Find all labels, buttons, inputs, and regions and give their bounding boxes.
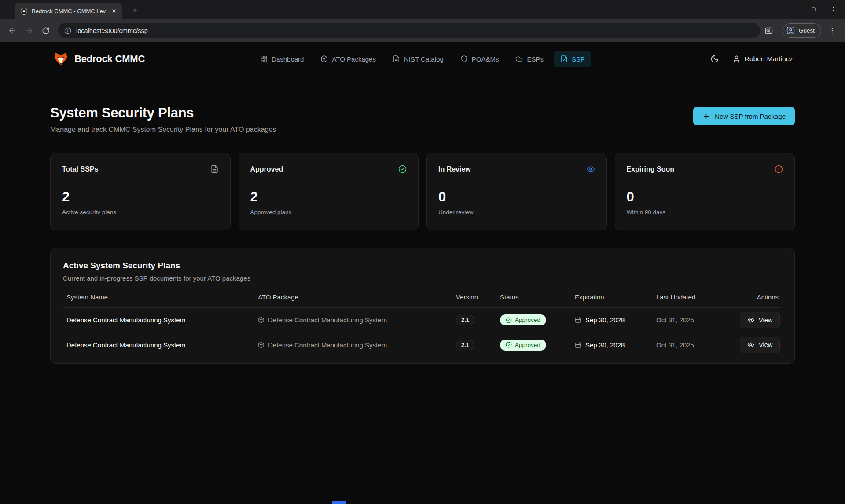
- file-check-icon: [560, 55, 568, 63]
- expiration-date: Sep 30, 2028: [585, 341, 625, 349]
- circle-check-icon: [398, 165, 407, 173]
- nav-label: ATO Packages: [332, 55, 376, 63]
- new-tab-button[interactable]: [129, 4, 141, 16]
- view-button[interactable]: View: [740, 312, 780, 328]
- profile-label: Guest: [799, 27, 815, 34]
- browser-tab[interactable]: Bedrock CMMC - CMMC Level: [15, 3, 122, 19]
- forward-button[interactable]: [21, 23, 37, 39]
- restore-button[interactable]: [804, 0, 824, 18]
- bottom-blue-strip: [332, 501, 346, 504]
- back-button[interactable]: [4, 23, 20, 39]
- system-name: Defense Contract Manufacturing System: [66, 341, 258, 349]
- ato-package-name: Defense Contract Manufacturing System: [268, 316, 387, 324]
- status-label: Approved: [515, 317, 540, 323]
- stat-card-in-review: In Review 0 Under review: [426, 153, 607, 230]
- app-header: Bedrock CMMC Dashboard ATO Packages NIST…: [0, 42, 845, 76]
- nav-item-ssp[interactable]: SSP: [554, 51, 592, 67]
- stats-row: Total SSPs 2 Active security plans Appro…: [50, 153, 795, 230]
- side-panel-search-icon[interactable]: [764, 26, 773, 35]
- profile-chip[interactable]: Guest: [783, 23, 821, 38]
- stat-value: 0: [627, 189, 783, 205]
- plus-icon: [702, 113, 710, 120]
- file-text-icon: [210, 165, 219, 173]
- status-badge: Approved: [500, 314, 546, 325]
- table-row: Defense Contract Manufacturing System De…: [63, 308, 782, 332]
- ssp-table-card: Active System Security Plans Current and…: [50, 248, 795, 364]
- user-name: Robert Martinez: [745, 55, 793, 63]
- stat-caption: Active security plans: [62, 209, 219, 215]
- expiration-cell: Sep 30, 2028: [575, 341, 656, 349]
- stat-label: Approved: [250, 165, 283, 173]
- nav-item-nist-catalog[interactable]: NIST Catalog: [386, 51, 450, 67]
- col-expiration: Expiration: [575, 293, 656, 301]
- ato-package-cell: Defense Contract Manufacturing System: [258, 316, 456, 324]
- file-text-icon: [393, 55, 400, 63]
- nav-item-ato-packages[interactable]: ATO Packages: [314, 51, 382, 67]
- main-nav: Dashboard ATO Packages NIST Catalog POA&…: [254, 51, 592, 67]
- expiration-cell: Sep 30, 2028: [575, 316, 656, 324]
- eye-icon: [587, 165, 595, 173]
- system-name: Defense Contract Manufacturing System: [66, 316, 258, 324]
- nav-label: NIST Catalog: [404, 55, 444, 63]
- dashboard-grid-icon: [260, 55, 268, 63]
- stat-label: In Review: [438, 165, 471, 173]
- nav-item-esps[interactable]: ESPs: [509, 51, 550, 67]
- status-label: Approved: [515, 342, 540, 348]
- nav-item-dashboard[interactable]: Dashboard: [254, 51, 310, 67]
- status-badge: Approved: [500, 340, 546, 351]
- dark-mode-toggle-icon[interactable]: [710, 55, 719, 63]
- stat-card-total-ssps: Total SSPs 2 Active security plans: [50, 153, 231, 230]
- eye-icon: [747, 317, 754, 324]
- col-last-updated: Last Updated: [656, 293, 740, 301]
- ato-package-name: Defense Contract Manufacturing System: [268, 341, 387, 349]
- page-title: System Security Plans: [50, 105, 276, 121]
- stat-caption: Under review: [438, 209, 595, 215]
- view-button[interactable]: View: [740, 337, 780, 353]
- ato-package-cell: Defense Contract Manufacturing System: [258, 341, 456, 349]
- col-system-name: System Name: [66, 293, 258, 301]
- tab-title: Bedrock CMMC - CMMC Level: [32, 8, 106, 15]
- tab-close-icon[interactable]: [110, 7, 118, 15]
- toolbar-divider: [778, 26, 778, 35]
- nav-label: POA&Ms: [472, 55, 499, 63]
- nav-item-poams[interactable]: POA&Ms: [454, 51, 506, 67]
- col-status: Status: [500, 293, 575, 301]
- url-text: localhost:3000/cmmc/ssp: [76, 27, 148, 34]
- stat-value: 2: [62, 189, 219, 205]
- stat-card-expiring-soon: Expiring Soon 0 Within 90 days: [615, 153, 795, 230]
- expiration-date: Sep 30, 2028: [585, 316, 625, 324]
- new-ssp-button[interactable]: New SSP from Package: [693, 107, 795, 125]
- tab-favicon: [20, 7, 28, 15]
- fox-logo-icon: [53, 51, 69, 67]
- address-bar[interactable]: localhost:3000/cmmc/ssp: [58, 23, 760, 38]
- version-badge: 2.1: [456, 340, 474, 350]
- user-menu[interactable]: Robert Martinez: [732, 55, 793, 63]
- reload-button[interactable]: [38, 23, 54, 39]
- last-updated: Oct 31, 2025: [656, 341, 740, 349]
- stat-label: Expiring Soon: [627, 165, 674, 173]
- profile-avatar-icon: [786, 26, 795, 35]
- site-info-icon[interactable]: [64, 27, 71, 34]
- page-subtitle: Manage and track CMMC System Security Pl…: [50, 126, 276, 134]
- package-icon: [258, 317, 265, 323]
- browser-tab-strip: Bedrock CMMC - CMMC Level: [0, 0, 845, 19]
- actions-cell: View: [740, 312, 780, 328]
- main-content: System Security Plans Manage and track C…: [50, 76, 795, 364]
- brand[interactable]: Bedrock CMMC: [53, 51, 145, 67]
- view-button-label: View: [759, 317, 772, 324]
- browser-menu-icon[interactable]: [826, 27, 839, 35]
- circle-check-icon: [506, 317, 512, 323]
- stat-value: 0: [438, 189, 595, 205]
- package-icon: [258, 342, 265, 348]
- close-window-button[interactable]: [824, 0, 845, 18]
- stat-caption: Within 90 days: [627, 209, 783, 215]
- stat-label: Total SSPs: [62, 165, 98, 173]
- table-card-title: Active System Security Plans: [63, 261, 782, 270]
- stat-caption: Approved plans: [250, 209, 407, 215]
- toolbar-right: Guest: [764, 23, 841, 38]
- calendar-icon: [575, 317, 581, 323]
- minimize-button[interactable]: [783, 0, 804, 18]
- nav-label: ESPs: [527, 55, 544, 63]
- eye-icon: [747, 341, 754, 348]
- nav-label: SSP: [572, 55, 585, 63]
